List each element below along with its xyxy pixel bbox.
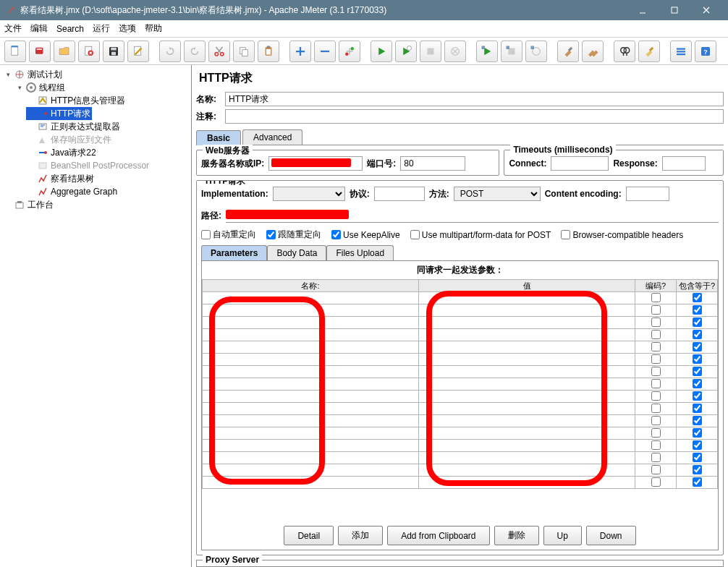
search-icon[interactable] bbox=[614, 40, 635, 62]
includeeq-checkbox[interactable] bbox=[693, 367, 702, 376]
btn-clipboard[interactable]: Add from Clipboard bbox=[387, 526, 489, 545]
table-row[interactable] bbox=[203, 304, 718, 317]
help-icon[interactable]: ? bbox=[695, 40, 716, 62]
table-row[interactable] bbox=[203, 440, 718, 452]
encode-checkbox[interactable] bbox=[651, 305, 661, 315]
tree-agggraph[interactable]: Aggregate Graph bbox=[26, 185, 119, 198]
tree-beanshell[interactable]: BeanShell PostProcessor bbox=[26, 159, 151, 172]
encode-checkbox[interactable] bbox=[651, 428, 661, 438]
encoding-input[interactable] bbox=[626, 187, 669, 201]
table-row[interactable] bbox=[203, 427, 718, 440]
maximize-button[interactable] bbox=[659, 0, 690, 20]
parameters-table[interactable]: 名称: 值 编码? 包含等于? bbox=[202, 279, 718, 489]
table-row[interactable] bbox=[203, 403, 718, 415]
btn-down[interactable]: Down bbox=[586, 526, 636, 545]
search-reset-icon[interactable] bbox=[638, 40, 660, 62]
encode-checkbox[interactable] bbox=[651, 477, 661, 487]
menu-run[interactable]: 运行 bbox=[93, 22, 110, 35]
tab-basic[interactable]: Basic bbox=[196, 130, 241, 145]
includeeq-checkbox[interactable] bbox=[693, 416, 702, 425]
tab-advanced[interactable]: Advanced bbox=[242, 129, 302, 145]
menu-edit[interactable]: 编辑 bbox=[30, 22, 48, 35]
menu-file[interactable]: 文件 bbox=[4, 22, 22, 35]
table-row[interactable] bbox=[203, 464, 718, 477]
remote-start-icon[interactable] bbox=[476, 40, 498, 62]
tree-javareq[interactable]: Java请求22 bbox=[26, 146, 98, 159]
stop-icon[interactable] bbox=[420, 40, 441, 62]
encode-checkbox[interactable] bbox=[651, 317, 661, 327]
close-button[interactable] bbox=[690, 0, 722, 20]
protocol-input[interactable] bbox=[374, 187, 425, 201]
start-notimers-icon[interactable] bbox=[395, 40, 417, 62]
includeeq-checkbox[interactable] bbox=[693, 391, 702, 401]
undo-icon[interactable] bbox=[159, 40, 181, 62]
chk-multipart[interactable]: Use multipart/form-data for POST bbox=[410, 230, 551, 240]
table-row[interactable] bbox=[203, 477, 718, 489]
encode-checkbox[interactable] bbox=[651, 330, 661, 339]
tree-viewtree[interactable]: 察看结果树 bbox=[26, 172, 96, 185]
table-row[interactable] bbox=[203, 329, 718, 341]
tab-parameters[interactable]: Parameters bbox=[201, 245, 267, 260]
btn-up[interactable]: Up bbox=[543, 526, 582, 545]
open-icon[interactable] bbox=[54, 40, 75, 62]
comment-input[interactable] bbox=[225, 109, 724, 124]
tree-threadgroup[interactable]: ▾ 线程组 bbox=[14, 81, 67, 94]
encode-checkbox[interactable] bbox=[651, 391, 661, 401]
impl-select[interactable] bbox=[273, 187, 345, 201]
start-icon[interactable] bbox=[371, 40, 392, 62]
encode-checkbox[interactable] bbox=[651, 342, 661, 351]
tree-regex[interactable]: 正则表达式提取器 bbox=[26, 120, 122, 133]
redo-icon[interactable] bbox=[184, 40, 206, 62]
chk-autoredirect[interactable]: 自动重定向 bbox=[201, 229, 256, 241]
table-row[interactable] bbox=[203, 341, 718, 354]
expand-icon[interactable] bbox=[289, 40, 311, 62]
clearall-icon[interactable] bbox=[582, 40, 604, 62]
tree-headermgr[interactable]: HTTP信息头管理器 bbox=[26, 94, 127, 107]
table-row[interactable] bbox=[203, 354, 718, 366]
includeeq-checkbox[interactable] bbox=[693, 293, 702, 302]
chk-followredirect[interactable]: 跟随重定向 bbox=[266, 229, 321, 241]
cut-icon[interactable] bbox=[208, 40, 230, 62]
table-row[interactable] bbox=[203, 452, 718, 464]
table-row[interactable] bbox=[203, 391, 718, 403]
close-plan-icon[interactable] bbox=[78, 40, 100, 62]
table-row[interactable] bbox=[203, 292, 718, 304]
includeeq-checkbox[interactable] bbox=[693, 305, 702, 315]
menu-search[interactable]: Search bbox=[56, 24, 84, 34]
tab-bodydata[interactable]: Body Data bbox=[267, 245, 326, 260]
btn-add[interactable]: 添加 bbox=[338, 526, 383, 545]
tree-httpreq[interactable]: HTTP请求 bbox=[26, 107, 92, 120]
collapse-icon[interactable] bbox=[314, 40, 336, 62]
table-row[interactable] bbox=[203, 415, 718, 427]
copy-icon[interactable] bbox=[233, 40, 255, 62]
table-row[interactable] bbox=[203, 378, 718, 391]
tree-workbench[interactable]: 工作台 bbox=[3, 198, 55, 211]
includeeq-checkbox[interactable] bbox=[693, 453, 702, 462]
includeeq-checkbox[interactable] bbox=[693, 465, 702, 474]
clear-icon[interactable] bbox=[557, 40, 579, 62]
chk-keepalive[interactable]: Use KeepAlive bbox=[331, 230, 400, 240]
method-select[interactable]: POST bbox=[454, 187, 541, 201]
includeeq-checkbox[interactable] bbox=[693, 317, 702, 327]
includeeq-checkbox[interactable] bbox=[693, 379, 702, 388]
port-input[interactable] bbox=[400, 156, 465, 171]
name-input[interactable] bbox=[225, 92, 724, 106]
includeeq-checkbox[interactable] bbox=[693, 477, 702, 487]
tree-saveresp[interactable]: 保存响应到文件 bbox=[26, 133, 113, 146]
encode-checkbox[interactable] bbox=[651, 293, 661, 302]
encode-checkbox[interactable] bbox=[651, 404, 661, 413]
encode-checkbox[interactable] bbox=[651, 440, 661, 450]
includeeq-checkbox[interactable] bbox=[693, 440, 702, 450]
table-row[interactable] bbox=[203, 366, 718, 378]
save-icon[interactable] bbox=[103, 40, 124, 62]
encode-checkbox[interactable] bbox=[651, 453, 661, 462]
table-row[interactable] bbox=[203, 317, 718, 329]
includeeq-checkbox[interactable] bbox=[693, 330, 702, 339]
tree-plan[interactable]: ▾ 测试计划 bbox=[3, 68, 64, 81]
toggle-icon[interactable] bbox=[339, 40, 360, 62]
btn-detail[interactable]: Detail bbox=[284, 526, 334, 545]
encode-checkbox[interactable] bbox=[651, 379, 661, 388]
tab-filesupload[interactable]: Files Upload bbox=[326, 245, 394, 260]
saveas-icon[interactable] bbox=[127, 40, 149, 62]
templates-icon[interactable] bbox=[29, 40, 51, 62]
